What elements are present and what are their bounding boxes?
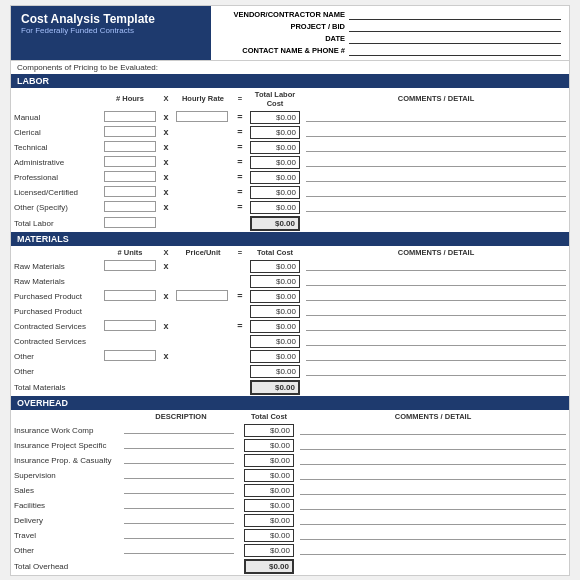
mat-units-input[interactable] <box>104 260 156 271</box>
vendor-input[interactable] <box>349 10 561 20</box>
comment-line[interactable] <box>300 470 566 480</box>
oh-desc-input[interactable] <box>124 484 234 494</box>
comment-line[interactable] <box>306 187 566 197</box>
labor-hours-input[interactable] <box>104 111 156 122</box>
comment-line[interactable] <box>300 530 566 540</box>
oh-cost-6: $0.00 <box>244 514 294 527</box>
oh-cost-2: $0.00 <box>244 454 294 467</box>
labor-hours-input[interactable] <box>104 171 156 182</box>
comment-line[interactable] <box>306 127 566 137</box>
mat-units-input[interactable] <box>104 320 156 331</box>
oh-desc-input[interactable] <box>124 439 234 449</box>
date-field: DATE <box>219 34 561 44</box>
mat-col-units: # Units <box>101 246 159 259</box>
labor-cost-5: $0.00 <box>250 186 300 199</box>
oh-cost-8: $0.00 <box>244 544 294 557</box>
comment-line[interactable] <box>306 366 566 376</box>
comment-line[interactable] <box>306 157 566 167</box>
oh-cost-4: $0.00 <box>244 484 294 497</box>
comment-line[interactable] <box>300 500 566 510</box>
comment-line[interactable] <box>300 455 566 465</box>
comment-line[interactable] <box>306 336 566 346</box>
comment-line[interactable] <box>306 142 566 152</box>
labor-col-x: X <box>159 88 173 110</box>
mat-cost-0: $0.00 <box>250 260 300 273</box>
page-subtitle: For Federally Funded Contracts <box>21 26 201 35</box>
oh-col-desc: DESCRIPTION <box>121 410 241 423</box>
table-row: Clerical x = $0.00 <box>11 125 569 140</box>
mat-price-input[interactable] <box>176 290 228 301</box>
labor-total-cost: $0.00 <box>250 216 300 231</box>
vendor-field: VENDOR/CONTRACTOR NAME <box>219 10 561 20</box>
comment-line[interactable] <box>306 291 566 301</box>
table-row: Sales $0.00 <box>11 483 569 498</box>
table-row: Other $0.00 <box>11 364 569 379</box>
page: Cost Analysis Template For Federally Fun… <box>10 5 570 576</box>
labor-cost-2: $0.00 <box>250 141 300 154</box>
table-row: Raw Materials $0.00 <box>11 274 569 289</box>
comment-line[interactable] <box>300 485 566 495</box>
labor-col-eq: = <box>233 88 247 110</box>
mat-col-x: X <box>159 246 173 259</box>
table-row: Insurance Work Comp $0.00 <box>11 423 569 438</box>
labor-cost-4: $0.00 <box>250 171 300 184</box>
mat-units-input[interactable] <box>104 290 156 301</box>
comment-line[interactable] <box>300 425 566 435</box>
overhead-table: DESCRIPTION Total Cost COMMENTS / DETAIL… <box>11 410 569 575</box>
mat-cost-7: $0.00 <box>250 365 300 378</box>
oh-desc-input[interactable] <box>124 544 234 554</box>
comment-line[interactable] <box>306 202 566 212</box>
labor-hours-input[interactable] <box>104 186 156 197</box>
oh-desc-input[interactable] <box>124 499 234 509</box>
contact-field: CONTACT NAME & PHONE # <box>219 46 561 56</box>
table-row: Facilities $0.00 <box>11 498 569 513</box>
mat-units-input[interactable] <box>104 350 156 361</box>
table-row: Raw Materials x $0.00 <box>11 259 569 274</box>
comment-line[interactable] <box>300 440 566 450</box>
table-row: Supervision $0.00 <box>11 468 569 483</box>
header-left: Cost Analysis Template For Federally Fun… <box>11 6 211 60</box>
oh-desc-input[interactable] <box>124 514 234 524</box>
page-title: Cost Analysis Template <box>21 12 201 26</box>
table-row: Purchased Product x = $0.00 <box>11 289 569 304</box>
date-input[interactable] <box>349 34 561 44</box>
labor-hours-input[interactable] <box>104 156 156 167</box>
comment-line[interactable] <box>300 545 566 555</box>
table-row: Contracted Services x = $0.00 <box>11 319 569 334</box>
labor-hours-input[interactable] <box>104 201 156 212</box>
labor-hours-input[interactable] <box>104 126 156 137</box>
comment-line[interactable] <box>306 172 566 182</box>
table-row: Contracted Services $0.00 <box>11 334 569 349</box>
oh-desc-input[interactable] <box>124 529 234 539</box>
labor-rate-input[interactable] <box>176 111 228 122</box>
mat-cost-2: $0.00 <box>250 290 300 303</box>
labor-cost-6: $0.00 <box>250 201 300 214</box>
comment-line[interactable] <box>306 351 566 361</box>
table-row: Licensed/Certified x = $0.00 <box>11 185 569 200</box>
oh-desc-input[interactable] <box>124 454 234 464</box>
mat-cost-1: $0.00 <box>250 275 300 288</box>
overhead-total-cost: $0.00 <box>244 559 294 574</box>
oh-desc-input[interactable] <box>124 469 234 479</box>
labor-total-input[interactable] <box>104 217 156 228</box>
table-row: Travel $0.00 <box>11 528 569 543</box>
contact-input[interactable] <box>349 46 561 56</box>
comment-line[interactable] <box>306 276 566 286</box>
components-text: Components of Pricing to be Evaluated: <box>11 61 569 74</box>
labor-hours-input[interactable] <box>104 141 156 152</box>
labor-cost-1: $0.00 <box>250 126 300 139</box>
oh-desc-input[interactable] <box>124 424 234 434</box>
mat-cost-3: $0.00 <box>250 305 300 318</box>
table-row: Administrative x = $0.00 <box>11 155 569 170</box>
comment-line[interactable] <box>306 321 566 331</box>
comment-line[interactable] <box>306 112 566 122</box>
header: Cost Analysis Template For Federally Fun… <box>11 6 569 61</box>
mat-cost-4: $0.00 <box>250 320 300 333</box>
mat-col-eq: = <box>233 246 247 259</box>
project-input[interactable] <box>349 22 561 32</box>
comment-line[interactable] <box>306 261 566 271</box>
oh-cost-0: $0.00 <box>244 424 294 437</box>
comment-line[interactable] <box>300 515 566 525</box>
comment-line[interactable] <box>306 306 566 316</box>
mat-cost-6: $0.00 <box>250 350 300 363</box>
